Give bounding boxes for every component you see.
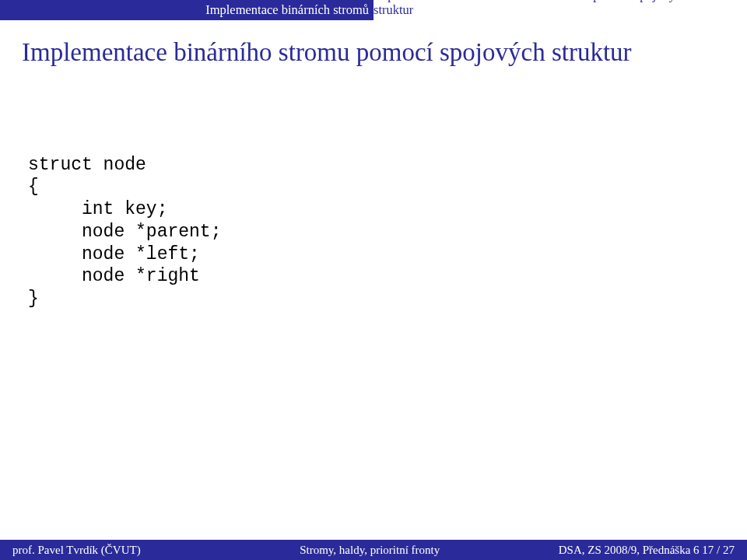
footer-author: prof. Pavel Tvrdík (ČVUT): [0, 540, 247, 560]
code-line: int key;: [28, 199, 167, 219]
code-line: struct node: [28, 155, 146, 175]
code-line: {: [28, 177, 39, 197]
code-block: struct node { int key; node *parent; nod…: [28, 154, 719, 310]
subsection-line2: struktur: [374, 2, 731, 17]
subsection-line1: Implementace obecného binárního stromu p…: [374, 0, 688, 2]
footer-short-title: Stromy, haldy, prioritní fronty: [247, 540, 493, 560]
slide-title: Implementace binárního stromu pomocí spo…: [0, 20, 747, 68]
footer-meta: DSA, ZS 2008/9, Přednáška 6 17 / 27: [493, 540, 747, 560]
code-line: node *parent;: [28, 222, 221, 242]
slide-footer: prof. Pavel Tvrdík (ČVUT) Stromy, haldy,…: [0, 540, 747, 560]
section-label: Implementace binárních stromů: [0, 0, 374, 20]
code-line: node *left;: [28, 244, 200, 264]
slide-body: struct node { int key; node *parent; nod…: [0, 68, 747, 310]
code-line: }: [28, 289, 39, 309]
code-line: node *right: [28, 266, 200, 286]
subsection-label: Implementace obecného binárního stromu p…: [374, 0, 731, 17]
slide-header: Implementace binárních stromů Implementa…: [0, 0, 747, 20]
